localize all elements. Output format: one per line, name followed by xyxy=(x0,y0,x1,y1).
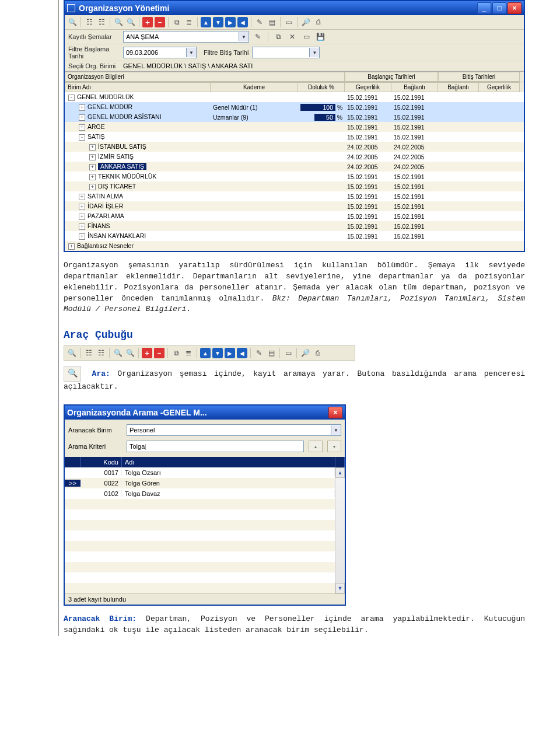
status-bar: 3 adet kayıt bulundu xyxy=(65,593,345,605)
edit-schema-icon[interactable]: ✎ xyxy=(253,32,263,42)
search-unit-select[interactable]: Personel▼ xyxy=(127,424,341,436)
nav-right-button[interactable]: ▶ xyxy=(225,17,236,27)
col-gecerlilik2[interactable]: Geçerlilik xyxy=(479,82,520,92)
table-row[interactable]: +Bağlantısız Nesneler xyxy=(65,241,524,251)
chevron-down-icon[interactable]: ▼ xyxy=(239,32,249,41)
expand-icon[interactable]: + xyxy=(79,104,85,111)
grid-body[interactable]: -GENEL MÜDÜRLÜK15.02.199115.02.1991+GENE… xyxy=(65,92,524,251)
col-doluluk[interactable]: Doluluk % xyxy=(298,82,345,92)
table-row[interactable]: 0017Tolga Özsarı xyxy=(65,467,335,478)
note-icon[interactable]: ▤ xyxy=(267,17,277,27)
expand-icon[interactable]: + xyxy=(79,204,85,210)
table-row[interactable] xyxy=(65,530,335,541)
list-icon[interactable]: ≣ xyxy=(184,17,194,27)
table-row[interactable]: +PAZARLAMA15.02.199115.02.1991 xyxy=(65,211,524,221)
table-row[interactable]: 0102Tolga Davaz xyxy=(65,488,335,499)
expand-icon[interactable]: + xyxy=(89,174,96,180)
table-row[interactable]: +FİNANS15.02.199115.02.1991 xyxy=(65,221,524,231)
maximize-button[interactable]: □ xyxy=(492,2,506,14)
col-kademe[interactable]: Kademe xyxy=(211,82,298,92)
expand-icon[interactable]: - xyxy=(68,95,75,101)
schema-select[interactable]: ANA ŞEMA▼ xyxy=(123,31,249,43)
table-row[interactable] xyxy=(65,499,335,509)
table-row[interactable]: +GENEL MÜDÜRGenel Müdür (1)100 %15.02.19… xyxy=(65,102,524,112)
expand-icon[interactable]: + xyxy=(89,144,96,151)
table-row[interactable]: +İZMİR SATIŞ24.02.200524.02.2005 xyxy=(65,152,524,162)
sort-desc-button[interactable]: ▾ xyxy=(327,441,341,452)
table-row[interactable]: +GENEL MÜDÜR ASİSTANIUzmanlar (9)50 %15.… xyxy=(65,112,524,122)
col-name[interactable]: Birim Adı xyxy=(65,82,211,92)
expand-icon[interactable]: + xyxy=(89,164,96,170)
table-row[interactable]: >>0022Tolga Gören xyxy=(65,478,335,488)
titlebar[interactable]: Organizasyonda Arama -GENEL M... × xyxy=(65,406,345,420)
grid-group-header: Organizasyon Bilgileri Başlangıç Tarihle… xyxy=(65,71,524,82)
col-gecerlilik[interactable]: Geçerlilik xyxy=(345,82,391,92)
table-row[interactable]: +DIŞ TİCARET15.02.199115.02.1991 xyxy=(65,181,524,191)
sort-asc-button[interactable]: ▴ xyxy=(309,441,323,452)
zoom-in-icon[interactable]: 🔍 xyxy=(113,17,124,27)
start-date-field[interactable]: 09.03.2006▼ xyxy=(123,47,197,58)
table-row[interactable]: +İSTANBUL SATIŞ24.02.200524.02.2005 xyxy=(65,142,524,152)
col-kodu[interactable]: Kodu xyxy=(81,457,122,467)
add-button[interactable]: ＋ xyxy=(142,17,153,27)
expand-icon[interactable]: + xyxy=(79,214,85,220)
save-icon[interactable]: 💾 xyxy=(315,32,326,42)
print-icon[interactable]: ⎙ xyxy=(313,17,323,27)
table-row[interactable] xyxy=(65,541,335,551)
scroll-down-icon[interactable]: ▼ xyxy=(335,583,345,593)
expand-icon[interactable]: + xyxy=(79,233,85,240)
remove-button[interactable]: － xyxy=(155,17,165,27)
expand-icon[interactable]: + xyxy=(79,124,85,131)
col-baglanti2[interactable]: Bağlantı xyxy=(438,82,479,92)
search-criteria-input[interactable]: Tolga| xyxy=(127,441,304,452)
table-row[interactable] xyxy=(65,583,335,593)
table-row[interactable]: +TEKNİK MÜDÜRLÜK15.02.199115.02.1991 xyxy=(65,172,524,181)
window-icon[interactable]: ▭ xyxy=(284,17,294,27)
close-button[interactable]: × xyxy=(328,407,342,418)
expand-icon[interactable]: + xyxy=(89,154,96,160)
scrollbar[interactable]: ▲ ▼ xyxy=(335,467,345,593)
table-row[interactable] xyxy=(65,520,335,530)
nav-down-button[interactable]: ▼ xyxy=(213,17,223,27)
expand-icon[interactable]: + xyxy=(79,223,85,230)
table-row[interactable] xyxy=(65,572,335,583)
new-window-icon[interactable]: ▭ xyxy=(301,32,312,42)
table-row[interactable]: -GENEL MÜDÜRLÜK15.02.199115.02.1991 xyxy=(65,92,524,102)
chevron-down-icon[interactable]: ▼ xyxy=(309,48,319,57)
delete-schema-icon[interactable]: ✕ xyxy=(287,32,298,42)
expand-icon[interactable]: + xyxy=(79,194,85,200)
expand-icon[interactable]: + xyxy=(89,184,96,190)
table-row[interactable]: +ANKARA SATIŞ24.02.200524.02.2005 xyxy=(65,162,524,172)
end-date-field[interactable]: ▼ xyxy=(252,47,320,58)
scroll-up-icon[interactable]: ▲ xyxy=(335,467,345,478)
copy-schema-icon[interactable]: ⧉ xyxy=(273,32,284,42)
zoom-out-icon[interactable]: 🔍 xyxy=(125,17,136,27)
expand-icon[interactable]: - xyxy=(79,134,85,141)
tree-icon[interactable]: ☷ xyxy=(84,17,94,27)
col-baglanti[interactable]: Bağlantı xyxy=(391,82,438,92)
chevron-down-icon[interactable]: ▼ xyxy=(186,48,196,57)
table-row[interactable] xyxy=(65,509,335,520)
close-button[interactable]: × xyxy=(508,2,522,14)
chevron-down-icon[interactable]: ▼ xyxy=(331,425,341,435)
table-row[interactable]: +SATIN ALMA15.02.199115.02.1991 xyxy=(65,191,524,201)
table-row[interactable] xyxy=(65,551,335,562)
results-body[interactable]: 0017Tolga Özsarı>>0022Tolga Gören0102Tol… xyxy=(65,467,345,593)
expand-icon[interactable]: + xyxy=(79,114,85,121)
table-row[interactable]: +İDARİ İŞLER15.02.199115.02.1991 xyxy=(65,201,524,211)
table-row[interactable] xyxy=(65,562,335,572)
nav-up-button[interactable]: ▲ xyxy=(201,17,211,27)
find-icon[interactable]: 🔎 xyxy=(300,17,311,27)
edit-icon[interactable]: ✎ xyxy=(254,17,265,27)
titlebar[interactable]: Organizasyon Yönetimi _ □ × xyxy=(65,1,524,15)
search-icon[interactable]: 🔍 xyxy=(67,17,78,27)
users-icon[interactable]: ☷ xyxy=(96,17,107,27)
table-row[interactable]: -SATIŞ15.02.199115.02.1991 xyxy=(65,132,524,142)
nav-left-button[interactable]: ◀ xyxy=(237,17,248,27)
table-row[interactable]: +ARGE15.02.199115.02.1991 xyxy=(65,122,524,132)
copy-icon[interactable]: ⧉ xyxy=(172,17,182,27)
table-row[interactable]: +İNSAN KAYNAKLARI15.02.199115.02.1991 xyxy=(65,231,524,241)
expand-icon[interactable]: + xyxy=(68,243,75,250)
col-adi[interactable]: Adı xyxy=(122,457,335,467)
minimize-button[interactable]: _ xyxy=(477,2,491,14)
